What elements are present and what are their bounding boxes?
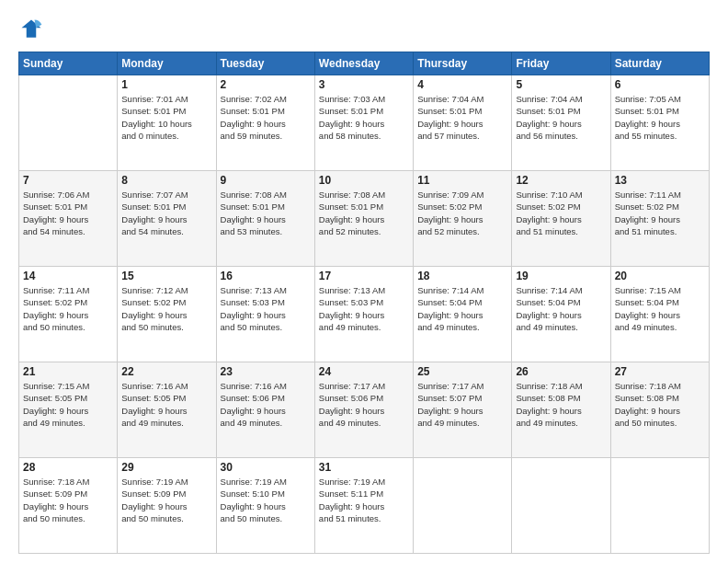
calendar-cell: 4Sunrise: 7:04 AM Sunset: 5:01 PM Daylig… bbox=[414, 75, 512, 171]
day-number: 1 bbox=[121, 78, 211, 91]
col-header-sunday: Sunday bbox=[19, 52, 118, 75]
calendar-cell: 9Sunrise: 7:08 AM Sunset: 5:01 PM Daylig… bbox=[216, 171, 314, 267]
day-number: 12 bbox=[516, 174, 606, 187]
calendar-cell: 15Sunrise: 7:12 AM Sunset: 5:02 PM Dayli… bbox=[118, 267, 216, 362]
calendar-cell: 7Sunrise: 7:06 AM Sunset: 5:01 PM Daylig… bbox=[19, 171, 118, 267]
calendar-cell: 2Sunrise: 7:02 AM Sunset: 5:01 PM Daylig… bbox=[216, 75, 314, 171]
day-number: 24 bbox=[319, 365, 409, 378]
calendar-cell: 5Sunrise: 7:04 AM Sunset: 5:01 PM Daylig… bbox=[512, 75, 610, 171]
calendar-cell bbox=[19, 75, 118, 171]
calendar-cell: 23Sunrise: 7:16 AM Sunset: 5:06 PM Dayli… bbox=[216, 362, 314, 458]
calendar-cell: 20Sunrise: 7:15 AM Sunset: 5:04 PM Dayli… bbox=[610, 267, 709, 362]
day-info: Sunrise: 7:10 AM Sunset: 5:02 PM Dayligh… bbox=[516, 189, 606, 237]
col-header-saturday: Saturday bbox=[610, 52, 709, 75]
day-info: Sunrise: 7:17 AM Sunset: 5:06 PM Dayligh… bbox=[319, 380, 409, 429]
day-number: 29 bbox=[121, 461, 211, 474]
day-number: 14 bbox=[23, 270, 113, 282]
day-info: Sunrise: 7:01 AM Sunset: 5:01 PM Dayligh… bbox=[121, 93, 211, 142]
day-info: Sunrise: 7:05 AM Sunset: 5:01 PM Dayligh… bbox=[615, 93, 705, 142]
day-number: 28 bbox=[23, 461, 113, 474]
calendar-cell: 3Sunrise: 7:03 AM Sunset: 5:01 PM Daylig… bbox=[314, 75, 413, 171]
day-info: Sunrise: 7:18 AM Sunset: 5:08 PM Dayligh… bbox=[516, 380, 606, 429]
day-info: Sunrise: 7:03 AM Sunset: 5:01 PM Dayligh… bbox=[319, 93, 409, 142]
day-number: 9 bbox=[221, 174, 311, 187]
day-number: 4 bbox=[417, 78, 507, 91]
calendar-cell: 10Sunrise: 7:08 AM Sunset: 5:01 PM Dayli… bbox=[314, 171, 413, 267]
day-info: Sunrise: 7:13 AM Sunset: 5:03 PM Dayligh… bbox=[221, 284, 311, 333]
day-info: Sunrise: 7:11 AM Sunset: 5:02 PM Dayligh… bbox=[615, 189, 705, 237]
day-info: Sunrise: 7:15 AM Sunset: 5:05 PM Dayligh… bbox=[23, 380, 113, 429]
day-number: 30 bbox=[221, 461, 311, 474]
day-info: Sunrise: 7:08 AM Sunset: 5:01 PM Dayligh… bbox=[319, 189, 409, 237]
day-info: Sunrise: 7:14 AM Sunset: 5:04 PM Dayligh… bbox=[516, 284, 606, 333]
day-number: 2 bbox=[221, 78, 311, 91]
day-info: Sunrise: 7:19 AM Sunset: 5:11 PM Dayligh… bbox=[319, 476, 409, 524]
calendar-cell: 17Sunrise: 7:13 AM Sunset: 5:03 PM Dayli… bbox=[314, 267, 413, 362]
header bbox=[18, 17, 710, 42]
calendar-cell: 27Sunrise: 7:18 AM Sunset: 5:08 PM Dayli… bbox=[610, 362, 709, 458]
day-number: 13 bbox=[615, 174, 705, 187]
calendar-header-row: SundayMondayTuesdayWednesdayThursdayFrid… bbox=[19, 52, 710, 75]
calendar-week-1: 1Sunrise: 7:01 AM Sunset: 5:01 PM Daylig… bbox=[19, 75, 710, 171]
col-header-wednesday: Wednesday bbox=[314, 52, 413, 75]
day-info: Sunrise: 7:12 AM Sunset: 5:02 PM Dayligh… bbox=[121, 284, 211, 333]
calendar-cell: 1Sunrise: 7:01 AM Sunset: 5:01 PM Daylig… bbox=[118, 75, 216, 171]
day-number: 16 bbox=[221, 270, 311, 282]
calendar-cell bbox=[414, 458, 512, 554]
day-number: 21 bbox=[23, 365, 113, 378]
calendar-cell: 25Sunrise: 7:17 AM Sunset: 5:07 PM Dayli… bbox=[414, 362, 512, 458]
day-info: Sunrise: 7:08 AM Sunset: 5:01 PM Dayligh… bbox=[221, 189, 311, 237]
calendar-week-3: 14Sunrise: 7:11 AM Sunset: 5:02 PM Dayli… bbox=[19, 267, 710, 362]
day-info: Sunrise: 7:11 AM Sunset: 5:02 PM Dayligh… bbox=[23, 284, 113, 333]
day-info: Sunrise: 7:17 AM Sunset: 5:07 PM Dayligh… bbox=[417, 380, 507, 429]
page: SundayMondayTuesdayWednesdayThursdayFrid… bbox=[0, 0, 728, 563]
calendar-cell: 24Sunrise: 7:17 AM Sunset: 5:06 PM Dayli… bbox=[314, 362, 413, 458]
col-header-thursday: Thursday bbox=[414, 52, 512, 75]
day-info: Sunrise: 7:16 AM Sunset: 5:06 PM Dayligh… bbox=[221, 380, 311, 429]
day-info: Sunrise: 7:14 AM Sunset: 5:04 PM Dayligh… bbox=[417, 284, 507, 333]
day-number: 22 bbox=[121, 365, 211, 378]
calendar-cell: 16Sunrise: 7:13 AM Sunset: 5:03 PM Dayli… bbox=[216, 267, 314, 362]
calendar-cell: 19Sunrise: 7:14 AM Sunset: 5:04 PM Dayli… bbox=[512, 267, 610, 362]
calendar-cell: 13Sunrise: 7:11 AM Sunset: 5:02 PM Dayli… bbox=[610, 171, 709, 267]
calendar-cell: 22Sunrise: 7:16 AM Sunset: 5:05 PM Dayli… bbox=[118, 362, 216, 458]
day-number: 11 bbox=[417, 174, 507, 187]
day-info: Sunrise: 7:02 AM Sunset: 5:01 PM Dayligh… bbox=[221, 93, 311, 142]
day-number: 26 bbox=[516, 365, 606, 378]
day-number: 17 bbox=[319, 270, 409, 282]
calendar-cell: 12Sunrise: 7:10 AM Sunset: 5:02 PM Dayli… bbox=[512, 171, 610, 267]
calendar-cell: 28Sunrise: 7:18 AM Sunset: 5:09 PM Dayli… bbox=[19, 458, 118, 554]
calendar-cell: 31Sunrise: 7:19 AM Sunset: 5:11 PM Dayli… bbox=[314, 458, 413, 554]
calendar-cell: 14Sunrise: 7:11 AM Sunset: 5:02 PM Dayli… bbox=[19, 267, 118, 362]
day-number: 3 bbox=[319, 78, 409, 91]
col-header-friday: Friday bbox=[512, 52, 610, 75]
day-info: Sunrise: 7:19 AM Sunset: 5:09 PM Dayligh… bbox=[121, 476, 211, 524]
logo-icon bbox=[18, 17, 44, 42]
calendar-cell: 21Sunrise: 7:15 AM Sunset: 5:05 PM Dayli… bbox=[19, 362, 118, 458]
calendar-table: SundayMondayTuesdayWednesdayThursdayFrid… bbox=[18, 52, 710, 554]
col-header-monday: Monday bbox=[118, 52, 216, 75]
day-number: 5 bbox=[516, 78, 606, 91]
calendar-week-2: 7Sunrise: 7:06 AM Sunset: 5:01 PM Daylig… bbox=[19, 171, 710, 267]
day-number: 23 bbox=[221, 365, 311, 378]
day-number: 18 bbox=[417, 270, 507, 282]
day-info: Sunrise: 7:18 AM Sunset: 5:09 PM Dayligh… bbox=[23, 476, 113, 524]
col-header-tuesday: Tuesday bbox=[216, 52, 314, 75]
day-number: 6 bbox=[615, 78, 705, 91]
calendar-cell bbox=[512, 458, 610, 554]
day-number: 20 bbox=[615, 270, 705, 282]
logo bbox=[18, 17, 48, 42]
day-number: 8 bbox=[121, 174, 211, 187]
calendar-cell: 6Sunrise: 7:05 AM Sunset: 5:01 PM Daylig… bbox=[610, 75, 709, 171]
calendar-cell: 11Sunrise: 7:09 AM Sunset: 5:02 PM Dayli… bbox=[414, 171, 512, 267]
day-number: 27 bbox=[615, 365, 705, 378]
day-info: Sunrise: 7:06 AM Sunset: 5:01 PM Dayligh… bbox=[23, 189, 113, 237]
day-number: 19 bbox=[516, 270, 606, 282]
day-info: Sunrise: 7:13 AM Sunset: 5:03 PM Dayligh… bbox=[319, 284, 409, 333]
day-info: Sunrise: 7:04 AM Sunset: 5:01 PM Dayligh… bbox=[417, 93, 507, 142]
calendar-cell: 30Sunrise: 7:19 AM Sunset: 5:10 PM Dayli… bbox=[216, 458, 314, 554]
day-number: 25 bbox=[417, 365, 507, 378]
day-number: 7 bbox=[23, 174, 113, 187]
calendar-cell bbox=[610, 458, 709, 554]
day-number: 31 bbox=[319, 461, 409, 474]
